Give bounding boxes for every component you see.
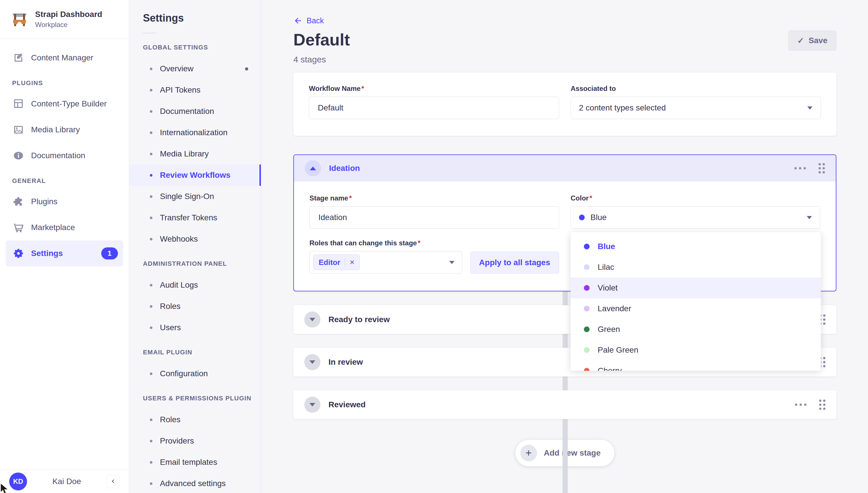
color-swatch: [584, 368, 590, 371]
subnav-divider: [143, 33, 157, 34]
bullet-icon: [150, 326, 152, 329]
back-arrow-icon: [294, 16, 303, 25]
sidebar-item-content-type-builder[interactable]: Content-Type Builder: [6, 91, 123, 117]
sidebar-item-content-manager[interactable]: Content Manager: [6, 45, 123, 71]
subnav-item-up-advanced-settings[interactable]: Advanced settings: [129, 473, 261, 493]
settings-gear-icon: [12, 247, 25, 260]
bullet-icon: [150, 89, 152, 91]
stage-name-label: Stage name*: [309, 194, 559, 202]
subnav-item-admin-users[interactable]: Users: [129, 317, 261, 338]
sidebar-item-documentation[interactable]: Documentation: [6, 143, 123, 169]
expand-stage-button[interactable]: [304, 396, 320, 413]
expand-stage-button[interactable]: [304, 312, 320, 328]
color-option-lavender[interactable]: Lavender: [571, 298, 821, 319]
settings-subnav: Settings GLOBAL SETTINGS Overview API To…: [129, 0, 261, 493]
color-dropdown: Blue Lilac Violet Lavender Green: [571, 232, 821, 371]
subnav-item-transfer-tokens[interactable]: Transfer Tokens: [129, 207, 261, 228]
user-name: Kai Doe: [43, 477, 90, 486]
stage-color-field: Color* Blue: [571, 194, 820, 229]
save-button[interactable]: ✓ Save: [788, 30, 837, 51]
bullet-icon: [150, 419, 152, 421]
color-swatch: [584, 285, 590, 291]
content-type-builder-icon: [12, 98, 25, 110]
content-manager-icon: [12, 51, 25, 64]
subnav-item-up-providers[interactable]: Providers: [129, 430, 261, 452]
sidebar-item-label: Media Library: [31, 125, 80, 134]
stage-more-menu-icon[interactable]: [795, 167, 806, 169]
color-option-blue[interactable]: Blue: [571, 236, 821, 257]
color-option-violet[interactable]: Violet: [571, 278, 821, 298]
user-avatar[interactable]: KD: [9, 473, 27, 490]
app-root: Strapi Dashboard Workplace Content Manag…: [0, 0, 868, 493]
triangle-up-icon: [310, 167, 316, 170]
subnav-section-email-plugin: EMAIL PLUGIN: [129, 342, 261, 363]
expand-stage-button[interactable]: [304, 354, 320, 370]
bullet-icon: [150, 483, 152, 485]
page-title: Default: [294, 30, 350, 49]
settings-badge: 1: [101, 248, 118, 259]
sidebar-item-label: Content Manager: [31, 53, 93, 62]
stage-card-reviewed[interactable]: Reviewed: [294, 390, 837, 419]
sidebar-nav: Content Manager PLUGINS Content-Type Bui…: [0, 39, 129, 469]
stage-title: Reviewed: [328, 400, 366, 409]
brand-header[interactable]: Strapi Dashboard Workplace: [0, 0, 129, 39]
sidebar-item-settings[interactable]: Settings 1: [6, 240, 123, 266]
stage-roles-field: Roles that can change this stage* Editor…: [309, 239, 462, 274]
collapse-stage-button[interactable]: [305, 160, 321, 176]
page-subtitle: 4 stages: [294, 55, 837, 64]
stage-name-input[interactable]: [309, 206, 559, 229]
color-option-pale-green[interactable]: Pale Green: [571, 340, 821, 360]
sidebar-section-plugins: PLUGINS: [6, 79, 123, 87]
stage-header-ideation[interactable]: Ideation: [294, 155, 836, 181]
brand-subtitle: Workplace: [35, 21, 102, 29]
bullet-icon: [150, 217, 152, 219]
bullet-icon: [150, 131, 152, 134]
subnav-item-documentation[interactable]: Documentation: [129, 101, 261, 122]
apply-to-all-stages-button[interactable]: Apply to all stages: [470, 252, 559, 274]
subnav-item-overview[interactable]: Overview: [129, 58, 261, 79]
subnav-item-up-roles[interactable]: Roles: [129, 409, 261, 430]
workflow-name-input[interactable]: [309, 97, 559, 119]
bullet-icon: [150, 68, 152, 70]
stage-color-select[interactable]: Blue: [571, 206, 820, 229]
subnav-item-admin-roles[interactable]: Roles: [129, 296, 261, 317]
subnav-item-up-email-templates[interactable]: Email templates: [129, 452, 261, 473]
required-marker: *: [418, 239, 420, 247]
remove-role-icon[interactable]: ×: [350, 258, 354, 266]
sidebar-item-plugins[interactable]: Plugins: [6, 189, 123, 215]
required-marker: *: [362, 85, 364, 93]
subnav-item-media-library[interactable]: Media Library: [129, 143, 261, 165]
subnav-item-webhooks[interactable]: Webhooks: [129, 228, 261, 250]
bullet-icon: [150, 305, 152, 308]
subnav-item-audit-logs[interactable]: Audit Logs: [129, 274, 261, 296]
associated-to-select[interactable]: 2 content types selected: [571, 97, 821, 119]
stage-title: Ready to review: [328, 315, 390, 324]
subnav-item-internationalization[interactable]: Internationalization: [129, 122, 261, 143]
overview-notification-dot: [245, 67, 248, 70]
brand-text: Strapi Dashboard Workplace: [35, 10, 102, 29]
subnav-item-review-workflows[interactable]: Review Workflows: [129, 165, 261, 186]
color-swatch: [584, 326, 590, 332]
subnav-item-single-sign-on[interactable]: Single Sign-On: [129, 186, 261, 207]
color-swatch: [584, 347, 590, 353]
bullet-icon: [150, 110, 152, 113]
subnav-section-users-permissions: USERS & PERMISSIONS PLUGIN: [129, 388, 261, 409]
sidebar-collapse-button[interactable]: ‹: [106, 475, 120, 488]
color-option-green[interactable]: Green: [571, 319, 821, 340]
stage-drag-handle-icon[interactable]: [819, 163, 825, 173]
subnav-item-api-tokens[interactable]: API Tokens: [129, 79, 261, 101]
sidebar-item-label: Documentation: [31, 151, 85, 160]
stage-drag-handle-icon[interactable]: [819, 400, 825, 410]
workplace-logo-icon: [10, 10, 29, 28]
color-option-cherry[interactable]: Cherry: [571, 360, 821, 371]
sidebar-item-media-library[interactable]: Media Library: [6, 117, 123, 143]
associated-to-field: Associated to 2 content types selected: [571, 85, 821, 119]
stage-roles-select[interactable]: Editor ×: [309, 251, 462, 274]
sidebar-item-marketplace[interactable]: Marketplace: [6, 215, 123, 240]
subnav-item-email-configuration[interactable]: Configuration: [129, 363, 261, 384]
chevron-left-icon: ‹: [112, 476, 114, 486]
bullet-icon: [150, 372, 152, 375]
stage-more-menu-icon[interactable]: [795, 404, 806, 406]
color-option-lilac[interactable]: Lilac: [571, 257, 821, 278]
back-link[interactable]: Back: [294, 16, 324, 25]
